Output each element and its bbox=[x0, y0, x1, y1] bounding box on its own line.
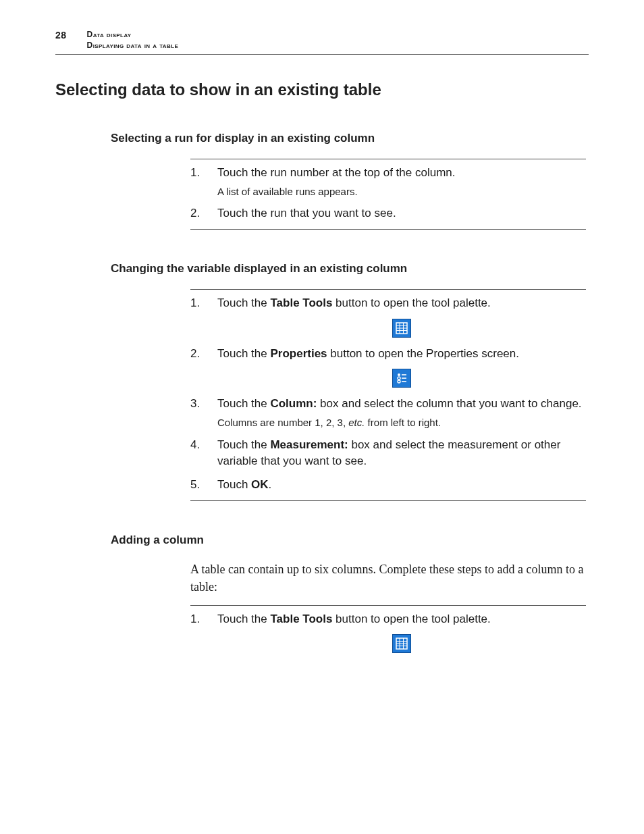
step-number: 4. bbox=[190, 437, 203, 470]
bold-frag: Table Tools bbox=[270, 296, 332, 309]
step-item: 1. Touch the run number at the top of th… bbox=[190, 165, 586, 199]
section-heading-run: Selecting a run for display in an existi… bbox=[111, 132, 589, 145]
step-body: Touch the Column: box and select the col… bbox=[217, 396, 586, 429]
properties-icon bbox=[392, 369, 411, 388]
step-body: Touch the Properties button to open the … bbox=[217, 346, 586, 390]
text-frag: Touch bbox=[217, 478, 251, 491]
step-text: Touch the run that you want to see. bbox=[217, 207, 396, 219]
text-frag: . bbox=[269, 478, 272, 491]
step-item: 2. Touch the run that you want to see. bbox=[190, 205, 586, 222]
table-tools-icon bbox=[392, 634, 411, 653]
text-frag: Touch the bbox=[217, 347, 270, 360]
page: 28 Data display Displaying data in a tab… bbox=[0, 0, 644, 834]
text-frag: button to open the tool palette. bbox=[332, 613, 490, 625]
section-heading-add: Adding a column bbox=[111, 533, 589, 547]
step-subtext: Columns are number 1, 2, 3, etc. from le… bbox=[217, 415, 586, 430]
text-frag: button to open the Properties screen. bbox=[327, 347, 519, 360]
step-body: Touch the Measurement: box and select th… bbox=[217, 437, 586, 470]
svg-point-8 bbox=[398, 377, 400, 380]
table-tools-icon bbox=[392, 319, 411, 338]
step-number: 1. bbox=[190, 611, 203, 655]
step-item: 1. Touch the Table Tools button to open … bbox=[190, 295, 586, 339]
running-header: 28 Data display Displaying data in a tab… bbox=[55, 30, 589, 55]
step-number: 2. bbox=[190, 346, 203, 390]
step-subtext: A list of available runs appears. bbox=[217, 184, 586, 199]
icon-row bbox=[217, 369, 586, 388]
step-item: 3. Touch the Column: box and select the … bbox=[190, 396, 586, 429]
bold-frag: Table Tools bbox=[270, 613, 332, 625]
icon-row bbox=[217, 634, 586, 653]
bold-frag: OK bbox=[251, 478, 269, 491]
step-body: Touch the Table Tools button to open the… bbox=[217, 295, 586, 339]
steps-block-add: 1. Touch the Table Tools button to open … bbox=[190, 605, 586, 655]
header-chapter: Data display bbox=[87, 30, 179, 39]
rule-bottom bbox=[190, 229, 586, 230]
step-body: Touch OK. bbox=[217, 477, 586, 494]
step-number: 5. bbox=[190, 477, 203, 494]
svg-point-6 bbox=[398, 373, 400, 376]
step-body: Touch the Table Tools button to open the… bbox=[217, 611, 586, 655]
page-number: 28 bbox=[55, 30, 67, 41]
step-body: Touch the run number at the top of the c… bbox=[217, 165, 586, 199]
steps-list: 1. Touch the run number at the top of th… bbox=[190, 165, 586, 222]
bold-frag: Measurement: bbox=[270, 438, 348, 451]
header-section: Displaying data in a table bbox=[87, 41, 179, 50]
bold-frag: Column: bbox=[270, 397, 317, 410]
rule-bottom bbox=[190, 500, 586, 501]
steps-list: 1. Touch the Table Tools button to open … bbox=[190, 295, 586, 494]
sub-frag: from left to right. bbox=[365, 417, 441, 428]
header-titles: Data display Displaying data in a table bbox=[87, 30, 179, 50]
step-number: 1. bbox=[190, 165, 203, 199]
rule-top bbox=[190, 159, 586, 159]
text-frag: box and select the column that you want … bbox=[317, 397, 581, 410]
step-item: 1. Touch the Table Tools button to open … bbox=[190, 611, 586, 655]
step-number: 2. bbox=[190, 205, 203, 222]
text-frag: button to open the tool palette. bbox=[332, 296, 490, 309]
step-number: 3. bbox=[190, 396, 203, 429]
page-title: Selecting data to show in an existing ta… bbox=[55, 80, 589, 99]
bold-frag: Properties bbox=[270, 347, 327, 360]
text-frag: Touch the bbox=[217, 397, 270, 410]
step-item: 2. Touch the Properties button to open t… bbox=[190, 346, 586, 390]
step-item: 5. Touch OK. bbox=[190, 477, 586, 494]
text-frag: Touch the bbox=[217, 613, 270, 625]
icon-row bbox=[217, 319, 586, 338]
step-item: 4. Touch the Measurement: box and select… bbox=[190, 437, 586, 470]
sub-frag-italic: etc. bbox=[348, 417, 365, 428]
step-number: 1. bbox=[190, 295, 203, 339]
svg-point-10 bbox=[398, 380, 400, 383]
text-frag: Touch the bbox=[217, 296, 270, 309]
step-text: Touch the run number at the top of the c… bbox=[217, 166, 456, 179]
rule-top bbox=[190, 289, 586, 290]
steps-block-variable: 1. Touch the Table Tools button to open … bbox=[190, 289, 586, 501]
sub-frag: Columns are number 1, 2, 3, bbox=[217, 417, 348, 428]
steps-list: 1. Touch the Table Tools button to open … bbox=[190, 611, 586, 655]
steps-block-run: 1. Touch the run number at the top of th… bbox=[190, 159, 586, 230]
step-body: Touch the run that you want to see. bbox=[217, 205, 586, 222]
intro-paragraph: A table can contain up to six columns. C… bbox=[190, 561, 586, 596]
section-heading-variable: Changing the variable displayed in an ex… bbox=[111, 262, 589, 276]
rule-top bbox=[190, 605, 586, 606]
text-frag: Touch the bbox=[217, 438, 270, 451]
